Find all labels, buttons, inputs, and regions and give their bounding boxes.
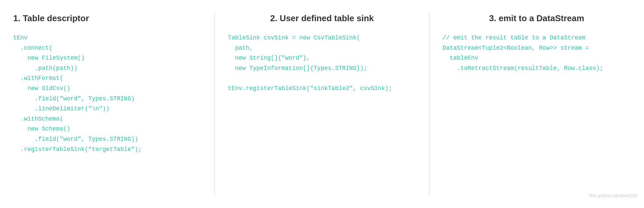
col3-title: 3. emit to a DataStream — [443, 13, 631, 24]
col3-code: // emit the result table to a DataStream… — [443, 33, 631, 73]
col2-code: TableSink csvSink = new CsvTableSink( pa… — [228, 33, 416, 94]
col1-title: 1. Table descriptor — [13, 13, 201, 24]
main-container: 1. Table descriptor tEnv .connect( new F… — [0, 0, 644, 208]
column-table-descriptor: 1. Table descriptor tEnv .connect( new F… — [0, 7, 215, 201]
column-emit-datastream: 3. emit to a DataStream // emit the resu… — [429, 7, 644, 201]
col1-code: tEnv .connect( new FileSystem() .path(pa… — [13, 33, 201, 154]
watermark: flink.apache.org/news/2019 — [589, 193, 637, 198]
col2-title: 2. User defined table sink — [228, 13, 416, 24]
column-user-defined-sink: 2. User defined table sink TableSink csv… — [215, 7, 429, 201]
